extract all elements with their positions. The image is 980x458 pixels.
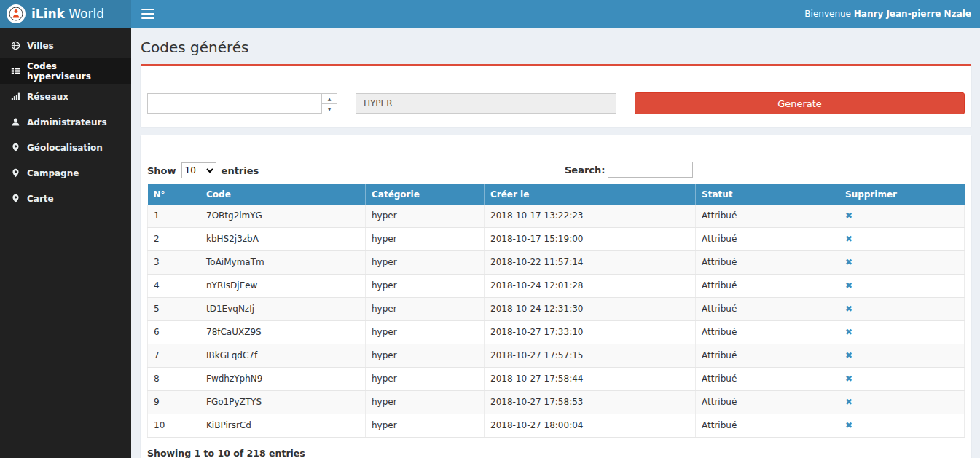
code-cell: ToAiMymaTm: [200, 251, 366, 275]
map-marker-icon: [11, 168, 20, 178]
map-marker-icon: [11, 194, 20, 203]
delete-cell: ✖: [839, 368, 965, 391]
delete-icon[interactable]: ✖: [845, 210, 852, 221]
logo-area[interactable]: iLink World: [0, 0, 131, 28]
delete-icon[interactable]: ✖: [845, 257, 852, 267]
sidebar-item-label: Villes: [27, 41, 54, 51]
spinner-up-icon[interactable]: ▲: [322, 94, 337, 104]
generate-button[interactable]: Generate: [635, 92, 965, 114]
status-cell: Attribué: [696, 205, 839, 228]
sidebar-item-codes-hyperviseurs[interactable]: Codes hyperviseurs: [0, 58, 131, 84]
code-cell: 7OBtg2lmYG: [200, 205, 366, 228]
delete-cell: ✖: [839, 344, 965, 368]
content-header: Codes générés: [131, 28, 980, 64]
table-row: 2kbHS2j3zbAhyper2018-10-17 15:19:00Attri…: [148, 228, 965, 251]
sidebar-item-label: Codes hyperviseurs: [27, 61, 120, 82]
category-cell: hyper: [366, 205, 485, 228]
category-cell: hyper: [366, 344, 485, 368]
sidebar-item-geolocalisation[interactable]: Géolocalisation: [0, 135, 131, 160]
app-logo-icon: [7, 4, 26, 23]
welcome-prefix: Bienvenue: [804, 9, 853, 19]
code-cell: 78fCaUXZ9S: [200, 321, 366, 344]
created-cell: 2018-10-17 13:22:23: [485, 205, 696, 228]
user-icon: [11, 117, 20, 127]
quantity-input[interactable]: [147, 93, 337, 114]
category-cell: hyper: [366, 321, 485, 344]
map-marker-icon: [11, 143, 20, 152]
sidebar-menu: VillesCodes hyperviseursRéseauxAdministr…: [0, 33, 131, 211]
delete-cell: ✖: [839, 251, 965, 275]
sidebar: VillesCodes hyperviseursRéseauxAdministr…: [0, 28, 131, 458]
sidebar-item-label: Géolocalisation: [27, 143, 103, 153]
row-number-cell: 6: [148, 321, 200, 344]
code-cell: FwdhzYphN9: [200, 368, 366, 391]
header-number: N°: [148, 184, 200, 205]
table-row: 17OBtg2lmYGhyper2018-10-17 13:22:23Attri…: [148, 205, 965, 228]
created-cell: 2018-10-27 17:57:15: [485, 344, 696, 368]
created-cell: 2018-10-24 12:31:30: [485, 298, 696, 321]
table-row: 10KiBPirsrCdhyper2018-10-27 18:00:04Attr…: [148, 414, 965, 438]
sidebar-item-campagne[interactable]: Campagne: [0, 160, 131, 186]
sidebar-item-label: Administrateurs: [27, 117, 107, 127]
delete-icon[interactable]: ✖: [845, 280, 852, 291]
welcome-message: Bienvenue Hanry Jean-pierre Nzale: [804, 9, 971, 19]
header-code: Code: [200, 184, 366, 205]
sidebar-item-carte[interactable]: Carte: [0, 186, 131, 211]
sidebar-item-reseaux[interactable]: Réseaux: [0, 84, 131, 109]
row-number-cell: 3: [148, 251, 200, 275]
category-cell: hyper: [366, 251, 485, 275]
sidebar-toggle-icon[interactable]: [141, 9, 154, 19]
topbar: iLink World Bienvenue Hanry Jean-pierre …: [0, 0, 980, 28]
created-cell: 2018-10-27 18:00:04: [485, 414, 696, 438]
code-cell: IBkGLqdC7f: [200, 344, 366, 368]
sidebar-item-administrateurs[interactable]: Administrateurs: [0, 109, 131, 135]
delete-icon[interactable]: ✖: [845, 374, 852, 384]
header-category: Catégorie: [366, 184, 485, 205]
delete-icon[interactable]: ✖: [845, 234, 852, 244]
created-cell: 2018-10-27 17:58:53: [485, 391, 696, 414]
spinner-down-icon[interactable]: ▼: [322, 104, 337, 114]
delete-icon[interactable]: ✖: [845, 327, 852, 337]
code-cell: tD1EvqNzIj: [200, 298, 366, 321]
status-cell: Attribué: [696, 228, 839, 251]
table-row: 4nYRIsDjEewhyper2018-10-24 12:01:28Attri…: [148, 275, 965, 298]
delete-icon[interactable]: ✖: [845, 397, 852, 407]
table-header: N° Code Catégorie Créer le Statut Suppri…: [148, 184, 965, 205]
status-cell: Attribué: [696, 414, 839, 438]
delete-icon[interactable]: ✖: [845, 304, 852, 314]
generate-form-box: ▲ ▼ Generate: [141, 64, 971, 127]
table-row: 9FGo1PyZTYShyper2018-10-27 17:58:53Attri…: [148, 391, 965, 414]
row-number-cell: 5: [148, 298, 200, 321]
sidebar-item-villes[interactable]: Villes: [0, 33, 131, 58]
th-list-icon: [11, 66, 20, 76]
category-cell: hyper: [366, 298, 485, 321]
table-row: 3ToAiMymaTmhyper2018-10-22 11:57:14Attri…: [148, 251, 965, 275]
header-created: Créer le: [485, 184, 696, 205]
header-delete: Supprimer: [839, 184, 965, 205]
row-number-cell: 7: [148, 344, 200, 368]
delete-icon[interactable]: ✖: [845, 420, 852, 430]
category-cell: hyper: [366, 414, 485, 438]
status-cell: Attribué: [696, 298, 839, 321]
delete-cell: ✖: [839, 414, 965, 438]
created-cell: 2018-10-17 15:19:00: [485, 228, 696, 251]
delete-cell: ✖: [839, 228, 965, 251]
created-cell: 2018-10-22 11:57:14: [485, 251, 696, 275]
category-cell: hyper: [366, 391, 485, 414]
created-cell: 2018-10-27 17:33:10: [485, 321, 696, 344]
status-cell: Attribué: [696, 391, 839, 414]
sidebar-item-label: Réseaux: [27, 92, 68, 102]
code-cell: nYRIsDjEew: [200, 275, 366, 298]
search-input[interactable]: [608, 162, 693, 178]
row-number-cell: 10: [148, 414, 200, 438]
main-content: Codes générés ▲ ▼ Generate Show 10 entri…: [131, 28, 980, 458]
delete-cell: ✖: [839, 275, 965, 298]
table-box: Show 10 entries Search: N° Code Catégori…: [141, 135, 971, 458]
category-cell: hyper: [366, 275, 485, 298]
page-size-select[interactable]: 10: [181, 162, 216, 178]
user-name: Hanry Jean-pierre Nzale: [854, 9, 971, 19]
delete-icon[interactable]: ✖: [845, 350, 852, 360]
row-number-cell: 8: [148, 368, 200, 391]
status-cell: Attribué: [696, 344, 839, 368]
signal-icon: [11, 92, 20, 101]
